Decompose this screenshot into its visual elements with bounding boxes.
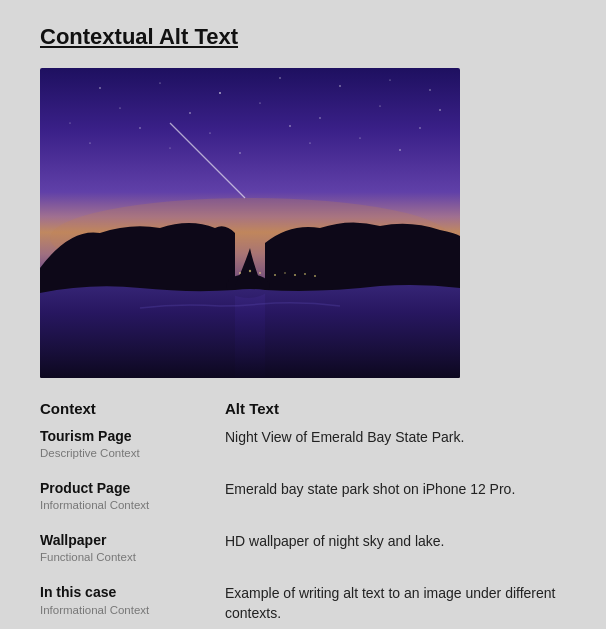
table-row: In this case Informational Context Examp… bbox=[40, 583, 566, 623]
table-header: Context Alt Text bbox=[40, 400, 566, 417]
svg-point-29 bbox=[249, 270, 251, 272]
svg-point-12 bbox=[379, 105, 380, 106]
svg-point-11 bbox=[319, 117, 320, 118]
svg-point-28 bbox=[239, 272, 241, 274]
context-main-label: Product Page bbox=[40, 479, 225, 497]
svg-point-14 bbox=[70, 123, 71, 124]
context-sub-label: Informational Context bbox=[40, 603, 225, 618]
alt-text-value: Night View of Emerald Bay State Park. bbox=[225, 427, 566, 448]
svg-point-2 bbox=[159, 82, 160, 83]
svg-point-21 bbox=[170, 148, 171, 149]
svg-point-7 bbox=[429, 89, 430, 90]
alt-text-value: Emerald bay state park shot on iPhone 12… bbox=[225, 479, 566, 500]
svg-point-22 bbox=[239, 152, 240, 153]
svg-point-19 bbox=[419, 127, 420, 128]
page-title: Contextual Alt Text bbox=[40, 24, 566, 50]
alt-text-table: Context Alt Text Tourism Page Descriptiv… bbox=[40, 400, 566, 624]
hero-image bbox=[40, 68, 460, 378]
svg-point-20 bbox=[89, 142, 90, 143]
svg-point-13 bbox=[439, 109, 441, 111]
svg-point-3 bbox=[219, 92, 221, 94]
alt-text-value: HD wallpaper of night sky and lake. bbox=[225, 531, 566, 552]
svg-point-18 bbox=[359, 137, 360, 138]
svg-point-5 bbox=[339, 85, 341, 87]
svg-point-30 bbox=[259, 272, 261, 274]
context-main-label: Tourism Page bbox=[40, 427, 225, 445]
alt-text-column-header: Alt Text bbox=[225, 400, 566, 417]
svg-point-16 bbox=[209, 132, 210, 133]
svg-point-34 bbox=[304, 273, 306, 275]
context-sub-label: Descriptive Context bbox=[40, 446, 225, 461]
svg-point-9 bbox=[189, 112, 191, 114]
svg-point-1 bbox=[99, 87, 101, 89]
context-column-header: Context bbox=[40, 400, 225, 417]
svg-point-10 bbox=[259, 102, 260, 103]
svg-point-32 bbox=[284, 272, 286, 274]
svg-point-17 bbox=[289, 125, 291, 127]
context-sub-label: Functional Context bbox=[40, 550, 225, 565]
context-main-label: In this case bbox=[40, 583, 225, 601]
table-row: Tourism Page Descriptive Context Night V… bbox=[40, 427, 566, 461]
alt-text-value: Example of writing alt text to an image … bbox=[225, 583, 566, 623]
svg-point-4 bbox=[279, 77, 280, 78]
svg-point-15 bbox=[139, 127, 140, 128]
svg-point-24 bbox=[399, 149, 401, 151]
context-main-label: Wallpaper bbox=[40, 531, 225, 549]
svg-point-8 bbox=[119, 107, 120, 108]
svg-point-31 bbox=[274, 274, 276, 276]
svg-point-35 bbox=[314, 275, 316, 277]
svg-point-23 bbox=[309, 142, 310, 143]
table-row: Product Page Informational Context Emera… bbox=[40, 479, 566, 513]
svg-point-33 bbox=[294, 274, 296, 276]
svg-point-6 bbox=[389, 79, 390, 80]
context-sub-label: Informational Context bbox=[40, 498, 225, 513]
table-row: Wallpaper Functional Context HD wallpape… bbox=[40, 531, 566, 565]
